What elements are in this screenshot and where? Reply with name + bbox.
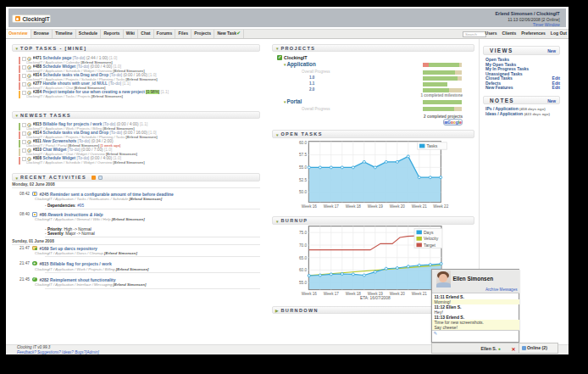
svg-text:65.0: 65.0 bbox=[299, 256, 307, 260]
svg-text:ETA: 16/07/2008: ETA: 16/07/2008 bbox=[360, 296, 391, 300]
svg-text:55.0: 55.0 bbox=[299, 281, 307, 285]
svg-text:60.0: 60.0 bbox=[299, 268, 307, 272]
svg-text:Target: Target bbox=[424, 243, 436, 248]
svg-text:Week 17: Week 17 bbox=[324, 204, 339, 209]
svg-text:Week 22: Week 22 bbox=[433, 204, 448, 209]
svg-text:Week 19: Week 19 bbox=[368, 204, 383, 209]
svg-text:Week 20: Week 20 bbox=[390, 292, 405, 296]
svg-text:Tasks: Tasks bbox=[427, 143, 438, 148]
svg-text:55.0: 55.0 bbox=[299, 165, 307, 170]
svg-text:57.5: 57.5 bbox=[299, 153, 307, 157]
svg-text:Week 20: Week 20 bbox=[390, 204, 405, 209]
svg-text:Week 18: Week 18 bbox=[346, 292, 361, 296]
svg-text:75.0: 75.0 bbox=[299, 231, 307, 235]
svg-text:Week 21: Week 21 bbox=[412, 204, 427, 209]
svg-text:60.0: 60.0 bbox=[299, 141, 307, 145]
svg-text:Week 18: Week 18 bbox=[346, 204, 361, 209]
svg-text:Week 21: Week 21 bbox=[412, 292, 427, 296]
svg-text:Velocity: Velocity bbox=[424, 236, 439, 241]
svg-text:50.0: 50.0 bbox=[299, 190, 307, 194]
svg-text:Week 16: Week 16 bbox=[302, 292, 317, 296]
svg-text:Week 16: Week 16 bbox=[302, 204, 317, 209]
svg-text:Days: Days bbox=[424, 230, 434, 235]
svg-text:52.5: 52.5 bbox=[299, 178, 307, 182]
svg-text:70.0: 70.0 bbox=[299, 243, 307, 248]
svg-text:Week 17: Week 17 bbox=[324, 292, 339, 296]
